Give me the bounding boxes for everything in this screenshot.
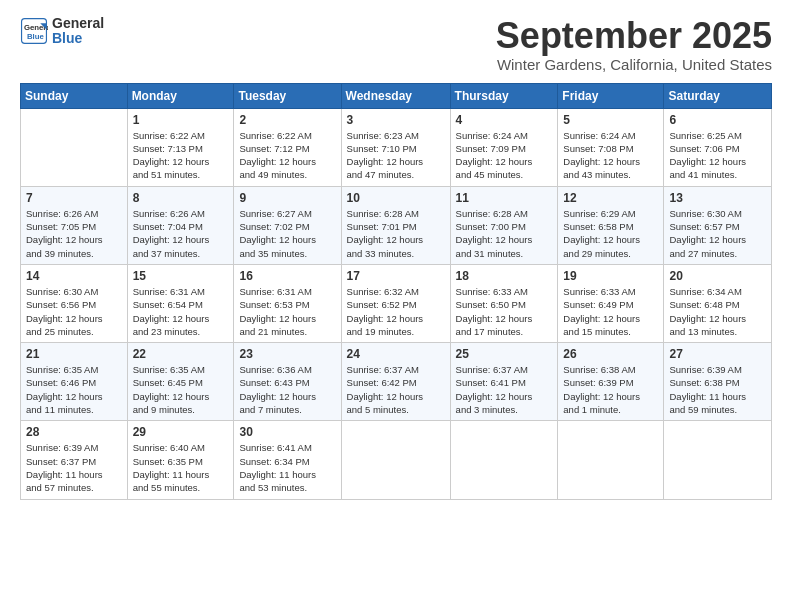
logo-text: General Blue [52, 16, 104, 47]
day-info: Sunrise: 6:33 AM Sunset: 6:49 PM Dayligh… [563, 285, 658, 338]
col-sunday: Sunday [21, 83, 128, 108]
day-number: 15 [133, 269, 229, 283]
col-wednesday: Wednesday [341, 83, 450, 108]
day-info: Sunrise: 6:31 AM Sunset: 6:53 PM Dayligh… [239, 285, 335, 338]
day-info: Sunrise: 6:26 AM Sunset: 7:04 PM Dayligh… [133, 207, 229, 260]
col-friday: Friday [558, 83, 664, 108]
day-info: Sunrise: 6:37 AM Sunset: 6:41 PM Dayligh… [456, 363, 553, 416]
calendar-cell: 2Sunrise: 6:22 AM Sunset: 7:12 PM Daylig… [234, 108, 341, 186]
day-number: 11 [456, 191, 553, 205]
calendar-week-3: 14Sunrise: 6:30 AM Sunset: 6:56 PM Dayli… [21, 264, 772, 342]
calendar-cell: 18Sunrise: 6:33 AM Sunset: 6:50 PM Dayli… [450, 264, 558, 342]
day-info: Sunrise: 6:22 AM Sunset: 7:13 PM Dayligh… [133, 129, 229, 182]
day-info: Sunrise: 6:29 AM Sunset: 6:58 PM Dayligh… [563, 207, 658, 260]
calendar-cell: 9Sunrise: 6:27 AM Sunset: 7:02 PM Daylig… [234, 186, 341, 264]
calendar-cell: 10Sunrise: 6:28 AM Sunset: 7:01 PM Dayli… [341, 186, 450, 264]
logo: General Blue General Blue [20, 16, 104, 47]
day-number: 4 [456, 113, 553, 127]
day-number: 17 [347, 269, 445, 283]
day-number: 24 [347, 347, 445, 361]
col-monday: Monday [127, 83, 234, 108]
day-number: 20 [669, 269, 766, 283]
calendar-cell: 22Sunrise: 6:35 AM Sunset: 6:45 PM Dayli… [127, 343, 234, 421]
calendar-week-4: 21Sunrise: 6:35 AM Sunset: 6:46 PM Dayli… [21, 343, 772, 421]
day-info: Sunrise: 6:38 AM Sunset: 6:39 PM Dayligh… [563, 363, 658, 416]
calendar-cell: 28Sunrise: 6:39 AM Sunset: 6:37 PM Dayli… [21, 421, 128, 499]
day-info: Sunrise: 6:37 AM Sunset: 6:42 PM Dayligh… [347, 363, 445, 416]
day-info: Sunrise: 6:27 AM Sunset: 7:02 PM Dayligh… [239, 207, 335, 260]
day-info: Sunrise: 6:32 AM Sunset: 6:52 PM Dayligh… [347, 285, 445, 338]
calendar-cell: 21Sunrise: 6:35 AM Sunset: 6:46 PM Dayli… [21, 343, 128, 421]
svg-text:Blue: Blue [27, 32, 45, 41]
day-number: 7 [26, 191, 122, 205]
day-info: Sunrise: 6:34 AM Sunset: 6:48 PM Dayligh… [669, 285, 766, 338]
day-info: Sunrise: 6:24 AM Sunset: 7:09 PM Dayligh… [456, 129, 553, 182]
day-number: 14 [26, 269, 122, 283]
calendar-cell: 26Sunrise: 6:38 AM Sunset: 6:39 PM Dayli… [558, 343, 664, 421]
day-number: 26 [563, 347, 658, 361]
day-number: 27 [669, 347, 766, 361]
calendar-cell: 15Sunrise: 6:31 AM Sunset: 6:54 PM Dayli… [127, 264, 234, 342]
calendar-cell: 20Sunrise: 6:34 AM Sunset: 6:48 PM Dayli… [664, 264, 772, 342]
day-info: Sunrise: 6:40 AM Sunset: 6:35 PM Dayligh… [133, 441, 229, 494]
calendar-table: Sunday Monday Tuesday Wednesday Thursday… [20, 83, 772, 500]
calendar-cell: 12Sunrise: 6:29 AM Sunset: 6:58 PM Dayli… [558, 186, 664, 264]
calendar-cell: 23Sunrise: 6:36 AM Sunset: 6:43 PM Dayli… [234, 343, 341, 421]
day-number: 18 [456, 269, 553, 283]
col-saturday: Saturday [664, 83, 772, 108]
calendar-cell: 17Sunrise: 6:32 AM Sunset: 6:52 PM Dayli… [341, 264, 450, 342]
calendar-cell: 27Sunrise: 6:39 AM Sunset: 6:38 PM Dayli… [664, 343, 772, 421]
day-info: Sunrise: 6:30 AM Sunset: 6:56 PM Dayligh… [26, 285, 122, 338]
day-info: Sunrise: 6:28 AM Sunset: 7:00 PM Dayligh… [456, 207, 553, 260]
day-info: Sunrise: 6:31 AM Sunset: 6:54 PM Dayligh… [133, 285, 229, 338]
day-number: 6 [669, 113, 766, 127]
col-thursday: Thursday [450, 83, 558, 108]
location-title: Winter Gardens, California, United State… [496, 56, 772, 73]
calendar-cell: 4Sunrise: 6:24 AM Sunset: 7:09 PM Daylig… [450, 108, 558, 186]
day-info: Sunrise: 6:30 AM Sunset: 6:57 PM Dayligh… [669, 207, 766, 260]
calendar-cell: 6Sunrise: 6:25 AM Sunset: 7:06 PM Daylig… [664, 108, 772, 186]
calendar-cell [558, 421, 664, 499]
calendar-cell: 1Sunrise: 6:22 AM Sunset: 7:13 PM Daylig… [127, 108, 234, 186]
day-info: Sunrise: 6:24 AM Sunset: 7:08 PM Dayligh… [563, 129, 658, 182]
day-info: Sunrise: 6:35 AM Sunset: 6:45 PM Dayligh… [133, 363, 229, 416]
day-info: Sunrise: 6:36 AM Sunset: 6:43 PM Dayligh… [239, 363, 335, 416]
day-number: 23 [239, 347, 335, 361]
calendar-cell [450, 421, 558, 499]
calendar-cell: 7Sunrise: 6:26 AM Sunset: 7:05 PM Daylig… [21, 186, 128, 264]
calendar-cell [341, 421, 450, 499]
day-number: 29 [133, 425, 229, 439]
calendar-cell: 14Sunrise: 6:30 AM Sunset: 6:56 PM Dayli… [21, 264, 128, 342]
calendar-cell: 5Sunrise: 6:24 AM Sunset: 7:08 PM Daylig… [558, 108, 664, 186]
calendar-week-1: 1Sunrise: 6:22 AM Sunset: 7:13 PM Daylig… [21, 108, 772, 186]
day-number: 1 [133, 113, 229, 127]
calendar-cell: 24Sunrise: 6:37 AM Sunset: 6:42 PM Dayli… [341, 343, 450, 421]
calendar-cell [664, 421, 772, 499]
day-info: Sunrise: 6:39 AM Sunset: 6:38 PM Dayligh… [669, 363, 766, 416]
day-info: Sunrise: 6:35 AM Sunset: 6:46 PM Dayligh… [26, 363, 122, 416]
calendar-cell: 16Sunrise: 6:31 AM Sunset: 6:53 PM Dayli… [234, 264, 341, 342]
day-number: 30 [239, 425, 335, 439]
day-number: 13 [669, 191, 766, 205]
day-number: 10 [347, 191, 445, 205]
day-info: Sunrise: 6:39 AM Sunset: 6:37 PM Dayligh… [26, 441, 122, 494]
day-number: 19 [563, 269, 658, 283]
day-info: Sunrise: 6:41 AM Sunset: 6:34 PM Dayligh… [239, 441, 335, 494]
day-info: Sunrise: 6:33 AM Sunset: 6:50 PM Dayligh… [456, 285, 553, 338]
day-info: Sunrise: 6:28 AM Sunset: 7:01 PM Dayligh… [347, 207, 445, 260]
day-number: 9 [239, 191, 335, 205]
calendar-cell: 13Sunrise: 6:30 AM Sunset: 6:57 PM Dayli… [664, 186, 772, 264]
calendar-cell: 11Sunrise: 6:28 AM Sunset: 7:00 PM Dayli… [450, 186, 558, 264]
col-tuesday: Tuesday [234, 83, 341, 108]
calendar-cell [21, 108, 128, 186]
day-number: 8 [133, 191, 229, 205]
header-row: Sunday Monday Tuesday Wednesday Thursday… [21, 83, 772, 108]
month-title: September 2025 [496, 16, 772, 56]
day-number: 25 [456, 347, 553, 361]
calendar-week-5: 28Sunrise: 6:39 AM Sunset: 6:37 PM Dayli… [21, 421, 772, 499]
day-number: 3 [347, 113, 445, 127]
day-info: Sunrise: 6:23 AM Sunset: 7:10 PM Dayligh… [347, 129, 445, 182]
day-number: 28 [26, 425, 122, 439]
title-block: September 2025 Winter Gardens, Californi… [496, 16, 772, 73]
day-info: Sunrise: 6:26 AM Sunset: 7:05 PM Dayligh… [26, 207, 122, 260]
